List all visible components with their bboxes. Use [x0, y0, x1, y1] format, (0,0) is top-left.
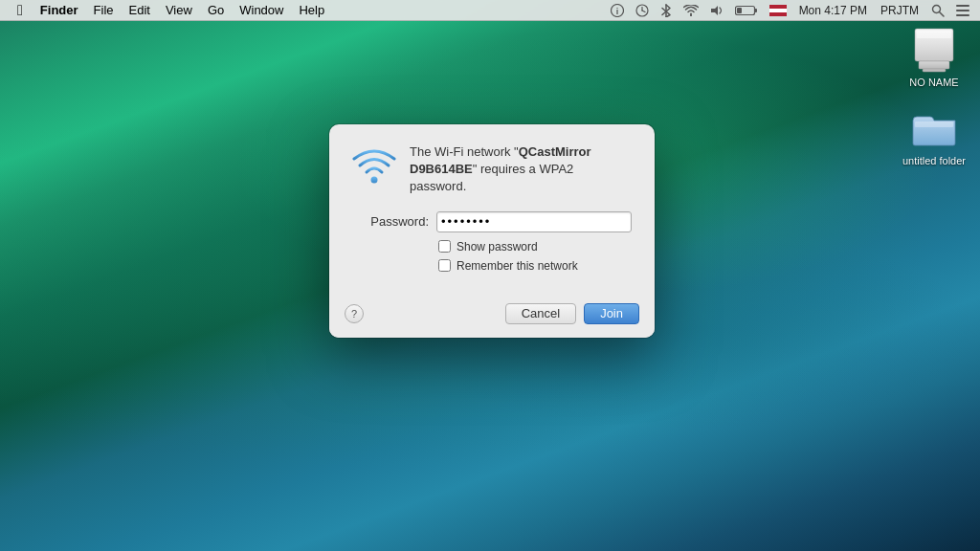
svg-line-15	[940, 11, 945, 16]
file-menu[interactable]: File	[86, 0, 122, 21]
password-label: Password:	[352, 214, 429, 229]
remember-network-row: Remember this network	[438, 259, 632, 273]
clock-display[interactable]: Mon 4:17 PM	[795, 0, 871, 21]
help-menu[interactable]: Help	[291, 0, 332, 21]
clock-icon[interactable]	[633, 0, 652, 21]
show-password-checkbox[interactable]	[438, 240, 451, 253]
window-menu[interactable]: Window	[232, 0, 291, 21]
go-menu[interactable]: Go	[200, 0, 232, 21]
untitled-folder-icon[interactable]: untitled folder	[896, 105, 972, 167]
show-password-row: Show password	[438, 240, 632, 253]
app-name-menu[interactable]: Finder	[33, 0, 86, 21]
wifi-password-dialog: The Wi-Fi network "QCastMirror D9B614BE"…	[329, 124, 655, 338]
help-button[interactable]: ?	[345, 304, 364, 323]
edit-menu[interactable]: Edit	[122, 0, 158, 21]
message-prefix: The Wi-Fi network "	[410, 144, 519, 159]
svg-rect-6	[754, 9, 757, 12]
notification-icon[interactable]	[953, 0, 972, 21]
dialog-header: The Wi-Fi network "QCastMirror D9B614BE"…	[352, 143, 632, 196]
show-password-label[interactable]: Show password	[457, 240, 538, 253]
no-name-drive-icon[interactable]: NO NAME	[896, 27, 972, 89]
svg-rect-11	[769, 5, 787, 9]
remember-network-checkbox[interactable]	[438, 259, 451, 272]
flag-icon[interactable]	[767, 0, 790, 21]
drive-label: NO NAME	[909, 77, 958, 89]
dialog-buttons: Cancel Join	[505, 303, 639, 324]
dialog-footer: ? Cancel Join	[329, 294, 655, 338]
battery-icon[interactable]	[732, 0, 761, 21]
desktop:  Finder File Edit View Go Window Help i	[0, 0, 980, 551]
wifi-status-icon[interactable]	[680, 0, 702, 21]
bluetooth-icon[interactable]	[657, 0, 675, 21]
svg-rect-17	[956, 10, 969, 11]
wifi-icon	[352, 145, 396, 187]
dialog-message: The Wi-Fi network "QCastMirror D9B614BE"…	[410, 143, 632, 196]
svg-rect-21	[923, 69, 946, 72]
remember-network-label[interactable]: Remember this network	[457, 259, 578, 273]
join-button[interactable]: Join	[584, 303, 639, 324]
apple-menu[interactable]: 	[8, 0, 33, 21]
svg-rect-18	[956, 14, 969, 16]
view-menu[interactable]: View	[158, 0, 200, 21]
menubar-right: i	[608, 0, 972, 21]
menubar-left:  Finder File Edit View Go Window Help	[8, 0, 332, 21]
svg-rect-13	[769, 12, 787, 16]
svg-line-4	[642, 11, 645, 12]
folder-image	[911, 105, 957, 151]
svg-point-24	[371, 177, 378, 184]
info-icon[interactable]: i	[608, 0, 627, 21]
menubar:  Finder File Edit View Go Window Help i	[0, 0, 980, 21]
username-display[interactable]: PRJTM	[877, 0, 923, 21]
password-field-row: Password:	[352, 211, 632, 232]
cancel-button[interactable]: Cancel	[505, 303, 576, 324]
drive-image	[911, 27, 957, 73]
svg-rect-16	[956, 5, 969, 7]
svg-rect-22	[917, 31, 951, 38]
password-input[interactable]	[436, 211, 632, 232]
spotlight-icon[interactable]	[928, 0, 947, 21]
volume-icon[interactable]	[707, 0, 726, 21]
folder-label: untitled folder	[902, 155, 966, 167]
svg-rect-7	[737, 8, 742, 13]
svg-rect-20	[919, 61, 949, 69]
svg-rect-12	[769, 9, 787, 12]
svg-text:i: i	[615, 7, 618, 16]
svg-rect-23	[915, 121, 953, 127]
